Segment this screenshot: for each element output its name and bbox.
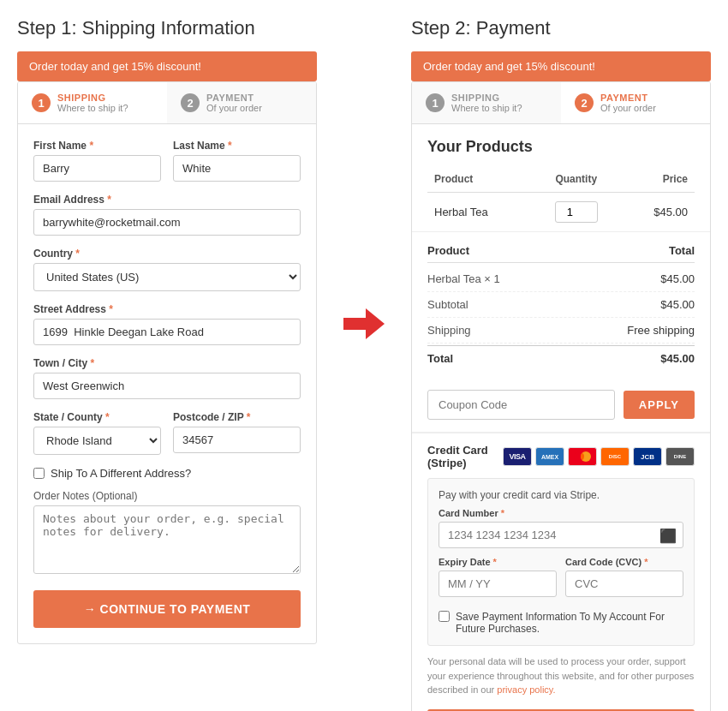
- first-name-label: First Name *: [33, 140, 161, 152]
- first-name-input[interactable]: [33, 155, 161, 182]
- first-name-group: First Name *: [33, 140, 161, 182]
- cvc-label: Card Code (CVC) *: [565, 557, 683, 567]
- mastercard-icon: [568, 447, 597, 466]
- last-name-input[interactable]: [173, 155, 301, 182]
- state-postcode-row: State / County * Rhode Island Postcode /…: [33, 411, 301, 455]
- step2-tab-sublabel-1: Where to ship it?: [451, 103, 522, 113]
- apply-coupon-button[interactable]: APPLY: [624, 391, 695, 419]
- card-number-label: Card Number *: [439, 508, 683, 518]
- cvc-group: Card Code (CVC) *: [565, 557, 683, 606]
- product-name: Herbal Tea: [427, 193, 532, 232]
- step2-tab-sublabel-2: Of your order: [600, 103, 656, 113]
- step2-promo-banner: Order today and get 15% discount!: [411, 51, 711, 81]
- postcode-label: Postcode / ZIP *: [173, 411, 301, 423]
- stripe-desc: Pay with your credit card via Stripe.: [439, 489, 683, 501]
- name-row: First Name * Last Name *: [33, 140, 301, 182]
- payment-section: Credit Card (Stripe) VISA AMEX DISC: [412, 433, 710, 711]
- town-city-input[interactable]: [33, 373, 301, 399]
- arrow-container: [343, 17, 385, 339]
- card-icon-inside: ⬛: [659, 527, 677, 543]
- summary-header-total: Total: [669, 244, 695, 257]
- postcode-input[interactable]: [173, 427, 301, 453]
- jcb-icon: JCB: [633, 447, 662, 466]
- products-title: Your Products: [427, 138, 695, 156]
- product-qty-cell: [532, 193, 620, 232]
- ship-different-label: Ship To A Different Address?: [51, 467, 191, 480]
- street-address-label: Street Address *: [33, 303, 301, 315]
- summary-row-subtotal: Subtotal $45.00: [427, 292, 695, 318]
- step1-tab-shipping[interactable]: 1 SHIPPING Where to ship it?: [18, 82, 167, 123]
- step1-tab-label-1: SHIPPING: [57, 93, 128, 103]
- step2-tab-payment[interactable]: 2 PAYMENT Of your order: [561, 82, 710, 123]
- street-address-group: Street Address *: [33, 303, 301, 345]
- coupon-code-input[interactable]: [427, 390, 615, 420]
- last-name-label: Last Name *: [173, 140, 301, 152]
- amex-icon: AMEX: [535, 447, 564, 466]
- expiry-input[interactable]: [439, 571, 557, 597]
- ship-different-checkbox[interactable]: [33, 468, 45, 479]
- card-number-input[interactable]: [439, 522, 683, 548]
- country-label: Country *: [33, 248, 301, 260]
- privacy-text: Your personal data will be used to proce…: [427, 654, 695, 697]
- step1-form-body: First Name * Last Name * Email Address *: [18, 124, 316, 643]
- state-group: State / County * Rhode Island: [33, 411, 161, 455]
- country-select[interactable]: United States (US): [33, 263, 301, 291]
- step1-checkout-box: 1 SHIPPING Where to ship it? 2 PAYMENT O…: [17, 81, 317, 644]
- step1-tab-payment[interactable]: 2 PAYMENT Of your order: [167, 82, 316, 123]
- step2-tab-label-1: SHIPPING: [451, 93, 522, 103]
- step1-tab-num-1: 1: [32, 93, 51, 112]
- right-arrow: [343, 308, 385, 339]
- order-notes-textarea[interactable]: [33, 505, 301, 574]
- payment-label: Credit Card (Stripe): [427, 444, 494, 469]
- postcode-group: Postcode / ZIP *: [173, 411, 301, 455]
- products-table: Product Quantity Price Herbal Tea $45.00: [427, 166, 695, 231]
- town-city-group: Town / City *: [33, 357, 301, 399]
- product-qty-input[interactable]: [555, 201, 598, 223]
- stripe-form: Pay with your credit card via Stripe. Ca…: [427, 478, 695, 646]
- expiry-cvc-row: Expiry Date * Card Code (CVC) *: [439, 557, 683, 606]
- summary-row-herbal: Herbal Tea × 1 $45.00: [427, 266, 695, 292]
- card-icons: VISA AMEX DISC JCB DINE: [503, 447, 695, 466]
- step2-tab-num-2: 2: [575, 93, 594, 112]
- coupon-section: APPLY: [412, 378, 710, 432]
- step2-steps-header: 1 SHIPPING Where to ship it? 2 PAYMENT O…: [412, 82, 710, 124]
- last-name-group: Last Name *: [173, 140, 301, 182]
- order-notes-label: Order Notes (Optional): [33, 490, 301, 502]
- discover-icon: DISC: [600, 447, 630, 466]
- step1-steps-header: 1 SHIPPING Where to ship it? 2 PAYMENT O…: [18, 82, 316, 124]
- step2-checkout-box: 1 SHIPPING Where to ship it? 2 PAYMENT O…: [411, 81, 711, 711]
- col-price: Price: [620, 166, 695, 193]
- privacy-link[interactable]: privacy policy.: [497, 684, 555, 695]
- email-group: Email Address *: [33, 194, 301, 236]
- expiry-group: Expiry Date *: [439, 557, 557, 606]
- diners-icon: DINE: [665, 447, 695, 466]
- expiry-label: Expiry Date *: [439, 557, 557, 567]
- cvc-input[interactable]: [565, 571, 683, 597]
- order-summary: Product Total Herbal Tea × 1 $45.00 Subt…: [412, 231, 710, 378]
- visa-icon: VISA: [503, 447, 532, 466]
- table-row: Herbal Tea $45.00: [427, 193, 695, 232]
- step1-title: Step 1: Shipping Information: [17, 17, 317, 39]
- step2-tab-shipping[interactable]: 1 SHIPPING Where to ship it?: [412, 82, 561, 123]
- email-input[interactable]: [33, 209, 301, 236]
- step1-tab-num-2: 2: [181, 93, 200, 112]
- country-group: Country * United States (US): [33, 248, 301, 291]
- save-payment-checkbox[interactable]: [439, 611, 450, 622]
- town-city-label: Town / City *: [33, 357, 301, 369]
- save-payment-label: Save Payment Information To My Account F…: [456, 611, 683, 635]
- step2-tab-num-1: 1: [426, 93, 445, 112]
- save-payment-row: Save Payment Information To My Account F…: [439, 611, 683, 635]
- summary-row-shipping: Shipping Free shipping: [427, 318, 695, 344]
- state-select[interactable]: Rhode Island: [33, 427, 161, 455]
- street-address-input[interactable]: [33, 319, 301, 345]
- col-product: Product: [427, 166, 532, 193]
- continue-to-payment-button[interactable]: → CONTINUE TO PAYMENT: [33, 590, 301, 628]
- summary-row-total: Total $45.00: [427, 345, 695, 371]
- payment-header: Credit Card (Stripe) VISA AMEX DISC: [427, 444, 695, 469]
- col-quantity: Quantity: [532, 166, 620, 193]
- products-section: Your Products Product Quantity Price Her…: [412, 124, 710, 231]
- email-label: Email Address *: [33, 194, 301, 206]
- order-notes-group: Order Notes (Optional): [33, 490, 301, 577]
- summary-header-product: Product: [427, 244, 469, 257]
- step2-title: Step 2: Payment: [411, 17, 711, 39]
